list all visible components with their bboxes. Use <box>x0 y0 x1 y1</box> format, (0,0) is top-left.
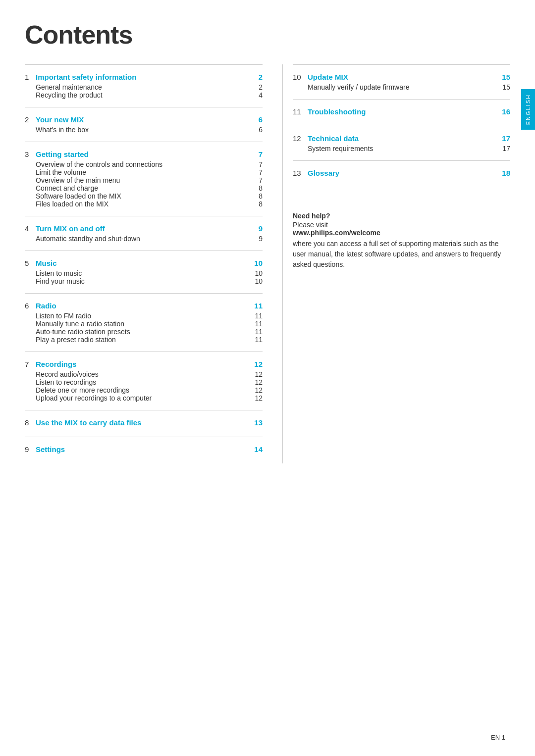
toc-sub-entry: Listen to FM radio11 <box>25 312 263 320</box>
toc-section-page: 6 <box>259 115 263 124</box>
rtoc-sub-entry: System requirements17 <box>293 145 510 152</box>
toc-section-title: Radio <box>36 302 254 310</box>
toc-section-number: 1 <box>25 73 36 81</box>
toc-sub-entry: Listen to recordings12 <box>25 378 263 386</box>
toc-sub-entry: What's in the box6 <box>25 126 263 134</box>
toc-sub-page: 7 <box>259 176 263 184</box>
toc-section-number: 6 <box>25 302 36 310</box>
toc-section: 6Radio11Listen to FM radio11Manually tun… <box>25 293 263 352</box>
toc-sub-title: Automatic standby and shut-down <box>36 235 259 243</box>
toc-sub-title: Auto-tune radio station presets <box>36 328 255 336</box>
toc-sub-entry: Software loaded on the MIX8 <box>25 192 263 200</box>
toc-section-title: Music <box>36 259 254 267</box>
toc-section-title: Settings <box>36 445 254 454</box>
toc-sub-title: Play a preset radio station <box>36 336 255 344</box>
toc-sub-entry: Manually tune a radio station11 <box>25 320 263 328</box>
toc-sub-entry: Play a preset radio station11 <box>25 336 263 344</box>
toc-section-number: 9 <box>25 445 36 454</box>
rtoc-sub-title: Manually verify / update firmware <box>308 83 502 91</box>
toc-section: 8Use the MIX to carry data files13 <box>25 410 263 437</box>
toc-header: 7Recordings12 <box>25 360 263 368</box>
toc-sub-title: Listen to recordings <box>36 378 255 386</box>
toc-sub-title: Recycling the product <box>36 91 259 99</box>
right-column: 10Update MIX15Manually verify / update f… <box>282 64 510 463</box>
rtoc-section-page: 18 <box>502 169 510 177</box>
toc-header: 8Use the MIX to carry data files13 <box>25 418 263 427</box>
rtoc-section: 13Glossary18 <box>293 160 510 187</box>
toc-sub-title: Delete one or more recordings <box>36 386 255 394</box>
toc-sub-entry: Recycling the product4 <box>25 91 263 99</box>
toc-header: 1Important safety information2 <box>25 73 263 81</box>
side-tab-text: English <box>525 94 531 125</box>
rtoc-section-page: 17 <box>502 134 510 143</box>
toc-sub-page: 8 <box>259 184 263 192</box>
toc-section-page: 10 <box>254 259 263 267</box>
toc-section-title: Important safety information <box>36 73 259 81</box>
toc-sub-page: 10 <box>255 269 263 277</box>
rtoc-header: 13Glossary18 <box>293 169 510 177</box>
rtoc-sub-page: 15 <box>502 83 510 91</box>
rtoc-section-number: 10 <box>293 73 308 81</box>
toc-sub-entry: Delete one or more recordings12 <box>25 386 263 394</box>
toc-header: 6Radio11 <box>25 302 263 310</box>
toc-section: 7Recordings12Record audio/voices12Listen… <box>25 352 263 410</box>
rtoc-sub-title: System requirements <box>308 145 502 152</box>
toc-section-title: Turn MIX on and off <box>36 224 259 233</box>
toc-section: 1Important safety information2General ma… <box>25 64 263 107</box>
toc-sub-title: Connect and charge <box>36 184 259 192</box>
toc-sub-entry: Find your music10 <box>25 277 263 285</box>
need-help-title: Need help? <box>293 212 510 220</box>
page-title: Contents <box>25 20 510 50</box>
page-footer: EN 1 <box>491 734 505 741</box>
rtoc-header: 11Troubleshooting16 <box>293 107 510 116</box>
toc-header: 4Turn MIX on and off9 <box>25 224 263 233</box>
toc-sub-title: General maintenance <box>36 83 259 91</box>
toc-sub-entry: Upload your recordings to a computer12 <box>25 394 263 402</box>
toc-sub-page: 10 <box>255 277 263 285</box>
rtoc-sub-entry: Manually verify / update firmware15 <box>293 83 510 91</box>
toc-section-number: 7 <box>25 360 36 368</box>
toc-sub-page: 11 <box>255 328 263 336</box>
toc-section: 9Settings14 <box>25 437 263 463</box>
toc-section-page: 9 <box>259 224 263 233</box>
toc-sub-entry: Connect and charge8 <box>25 184 263 192</box>
toc-section-number: 4 <box>25 224 36 233</box>
toc-section-page: 2 <box>259 73 263 81</box>
toc-section: 4Turn MIX on and off9Automatic standby a… <box>25 216 263 251</box>
toc-sub-title: Overview of the controls and connections <box>36 160 259 168</box>
toc-sub-page: 12 <box>255 386 263 394</box>
rtoc-section-number: 13 <box>293 169 308 177</box>
rtoc-header: 12Technical data17 <box>293 134 510 143</box>
rtoc-section: 11Troubleshooting16 <box>293 99 510 126</box>
toc-sub-title: Files loaded on the MIX <box>36 200 259 208</box>
toc-sub-title: What's in the box <box>36 126 259 134</box>
toc-sub-page: 11 <box>255 336 263 344</box>
toc-sub-page: 11 <box>255 312 263 320</box>
toc-sub-title: Upload your recordings to a computer <box>36 394 255 402</box>
rtoc-header: 10Update MIX15 <box>293 73 510 81</box>
toc-section-page: 14 <box>254 445 263 454</box>
rtoc-section-title: Glossary <box>308 169 502 177</box>
toc-sub-entry: Overview of the controls and connections… <box>25 160 263 168</box>
need-help-description: where you can access a full set of suppo… <box>293 239 510 270</box>
toc-section-number: 3 <box>25 150 36 158</box>
rtoc-section: 12Technical data17System requirements17 <box>293 126 510 160</box>
need-help-section: Need help?Please visitwww.philips.com/we… <box>293 207 510 270</box>
toc-sub-page: 7 <box>259 168 263 176</box>
toc-section-title: Use the MIX to carry data files <box>36 418 254 427</box>
toc-sub-title: Software loaded on the MIX <box>36 192 259 200</box>
rtoc-section-title: Technical data <box>308 134 502 143</box>
rtoc-section-title: Troubleshooting <box>308 107 502 116</box>
toc-sub-entry: Automatic standby and shut-down9 <box>25 235 263 243</box>
toc-sub-page: 6 <box>259 126 263 134</box>
side-tab: English <box>521 89 535 130</box>
need-help-url: www.philips.com/welcome <box>293 229 510 237</box>
toc-sub-title: Manually tune a radio station <box>36 320 255 328</box>
toc-sub-page: 8 <box>259 200 263 208</box>
need-help-visit: Please visit <box>293 221 510 229</box>
rtoc-section-page: 16 <box>502 107 510 116</box>
toc-section-page: 7 <box>259 150 263 158</box>
toc-sub-title: Find your music <box>36 277 255 285</box>
toc-section-title: Your new MIX <box>36 115 259 124</box>
rtoc-section: 10Update MIX15Manually verify / update f… <box>293 64 510 99</box>
